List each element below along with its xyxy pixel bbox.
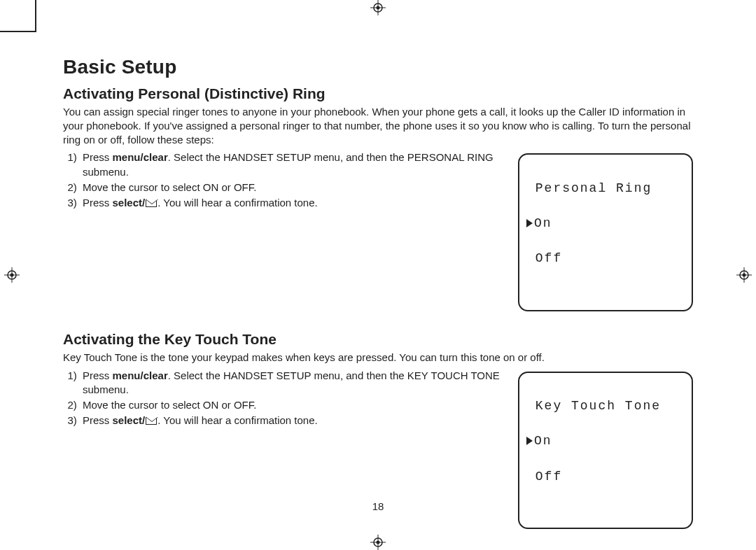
registration-mark-icon [370,535,386,550]
section-intro: You can assign special ringer tones to a… [63,105,693,146]
lcd-option-selected: On [526,432,682,450]
envelope-icon [146,417,157,425]
cursor-icon [526,219,533,227]
crop-mark-horizontal [0,31,36,32]
step-item: Press menu/clear. Select the HANDSET SET… [80,369,501,397]
step-item: Press select/. You will hear a confirmat… [80,414,501,428]
lcd-title: Key Touch Tone [526,397,682,415]
step-list: Press menu/clear. Select the HANDSET SET… [80,369,501,430]
step-item: Move the cursor to select ON or OFF. [80,398,501,412]
section-heading: Activating the Key Touch Tone [63,331,693,348]
registration-mark-icon [736,267,752,283]
step-item: Move the cursor to select ON or OFF. [80,181,501,195]
button-label: menu/clear [113,369,168,381]
section-intro: Key Touch Tone is the tone your keypad m… [63,351,693,365]
envelope-icon [146,199,157,207]
registration-mark-icon [370,0,386,15]
registration-mark-icon [4,267,20,283]
step-list: Press menu/clear. Select the HANDSET SET… [80,150,501,211]
page-number: 18 [0,500,756,512]
section-heading: Activating Personal (Distinctive) Ring [63,85,693,102]
lcd-option: Off [526,250,682,267]
page-title: Basic Setup [63,56,693,78]
lcd-option: Off [526,468,682,486]
step-item: Press select/. You will hear a confirmat… [80,196,501,210]
step-item: Press menu/clear. Select the HANDSET SET… [80,150,501,179]
lcd-title: Personal Ring [526,180,682,197]
button-label: menu/clear [113,151,168,163]
button-label: select/ [113,414,158,426]
cursor-icon [526,437,533,445]
page-content: Basic Setup Activating Personal (Distinc… [63,56,693,529]
crop-mark-vertical [35,0,36,32]
button-label: select/ [113,197,158,209]
lcd-screen: Personal Ring On Off [518,153,693,311]
lcd-option-selected: On [526,215,682,232]
